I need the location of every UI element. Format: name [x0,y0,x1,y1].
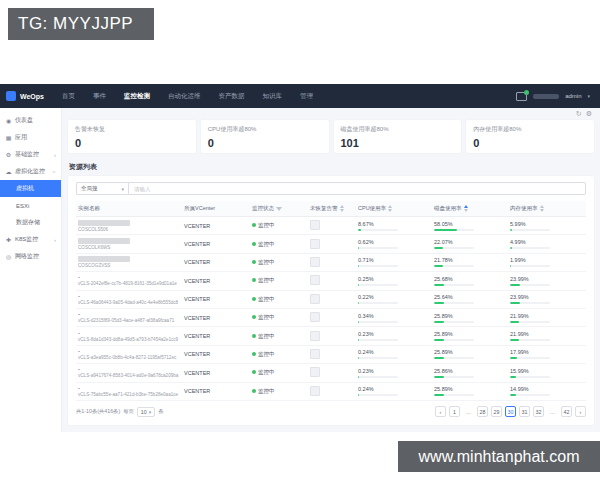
per-page-value: 10 [141,409,147,415]
top-nav-item[interactable]: 资产数据 [219,92,245,101]
table-row[interactable]: -vCLS-75abc55e-aa71-421d-b3be-75b28e0aa1… [76,383,586,401]
table-row[interactable]: COSCOLS506VCENTER监控中8.67%58.05%5.99% [76,217,586,235]
page-ellipsis: … [463,406,474,417]
sidebar-item[interactable]: ▦应用 [0,129,61,146]
sidebar-item[interactable]: ✚K8S监控› [0,231,61,248]
table-row[interactable]: COSCOGZVSSVCENTER监控中0.71%21.78%1.99% [76,254,586,272]
stat-card-label: 内存使用率超80% [473,125,587,134]
page-button[interactable]: 30 [505,406,516,417]
page-button[interactable]: 32 [533,406,544,417]
search-scope-select[interactable]: 全局搜 ▾ [76,182,128,195]
cpu-usage-cell: 0.23% [358,368,434,378]
status-dot-icon [252,389,256,393]
page-button[interactable]: 29 [491,406,502,417]
memory-usage-cell: 14.99% [510,386,586,396]
table-body: COSCOLS506VCENTER监控中8.67%58.05%5.99%COSC… [76,217,586,401]
table-row[interactable]: COSCOLK6WSVCENTER监控中0.62%22.07%4.99% [76,235,586,253]
sidebar-item[interactable]: ◉仪表盘 [0,112,61,129]
stat-card-label: CPU使用率超80% [208,125,322,134]
sort-icon[interactable] [540,205,544,212]
sort-down-arrow [540,209,544,212]
filter-bar: 全局搜 ▾ [76,182,586,195]
page-button[interactable]: 31 [519,406,530,417]
usage-bar-track [510,339,550,341]
brand[interactable]: WeOps [0,91,62,101]
instance-name: - [78,294,184,299]
status-dot-icon [252,278,256,282]
next-page-button[interactable]: › [575,406,586,417]
sidebar-item[interactable]: ESXi [0,197,61,214]
sort-icon[interactable] [388,205,392,212]
page-ellipsis: … [547,406,558,417]
stat-card-value: 101 [341,137,455,149]
instance-name: - [78,349,184,354]
filter-icon[interactable] [276,207,282,211]
usage-percent: 21.99% [510,313,586,319]
top-nav-item[interactable]: 事件 [93,92,106,101]
alert-count-badge [310,367,320,377]
sidebar-item[interactable]: ⚙基础监控› [0,146,61,163]
disk-usage-cell: 58.05% [434,221,510,231]
usage-bar-fill [510,229,512,231]
status-label: 监控中 [258,388,275,394]
page-button[interactable]: 1 [449,406,460,417]
sidebar-item[interactable]: 数据存储 [0,214,61,231]
table-row[interactable]: -vCLS-2042ef8e-cc7b-4819-8161-35d1e9d01a… [76,272,586,290]
column-header[interactable]: 所属VCenter [184,205,252,212]
top-nav-item[interactable]: 管理 [300,92,313,101]
sidebar-item[interactable]: ◎网络监控 [0,248,61,265]
instance-id: vCLS-75abc55e-aa71-421d-b3be-75b28e0aa1c… [78,392,182,397]
user-menu[interactable]: admin [565,93,581,99]
memory-usage-cell: 17.99% [510,349,586,359]
usage-bar-track [358,265,398,267]
status-dot-icon [252,334,256,338]
usage-bar-track [358,376,398,378]
prev-page-button[interactable]: ‹ [435,406,446,417]
table-row[interactable]: -vCLS-a3ea955c-0b8b-4c4a-8272-1195af5712… [76,346,586,364]
per-page-label: 每页 [123,408,134,415]
column-header[interactable]: 内存使用率 [510,205,586,212]
page-button[interactable]: 28 [477,406,488,417]
column-header[interactable]: 监控状态 [252,205,310,212]
top-nav-item[interactable]: 监控检测 [124,92,150,101]
cpu-usage-cell: 0.22% [358,294,434,304]
table-row[interactable]: -vCLS-a9417674-8583-4014-ad0e-9a678ca209… [76,364,586,382]
usage-percent: 0.24% [358,349,434,355]
sidebar-item-label: 虚拟机 [16,184,56,193]
table-row[interactable]: -vCLS-d2315f89-05d3-4ace-a487-af38a9fcaa… [76,309,586,327]
usage-bar-track [434,321,474,323]
table-row[interactable]: -vCLS-46a06443-9a05-4dad-a40c-4e4e8b555d… [76,291,586,309]
usage-percent: 0.34% [358,313,434,319]
sort-icon[interactable] [340,205,344,212]
memory-usage-cell: 21.99% [510,331,586,341]
column-header[interactable]: 未恢复告警 [310,205,358,212]
search-input[interactable] [128,182,586,195]
column-header[interactable]: 磁盘使用率 [434,205,510,212]
refresh-icon[interactable]: ↻ [576,110,582,118]
instance-id: COSCOGZVSS [78,263,182,268]
usage-bar-track [358,247,398,249]
weops-logo-icon [6,91,16,101]
column-header-label: 监控状态 [252,205,274,212]
usage-percent: 0.23% [358,331,434,337]
sidebar-item[interactable]: 虚拟机 [0,180,61,197]
status-cell: 监控中 [252,351,310,358]
table-row[interactable]: -vCLS-8da1d343-dd8a-49d5-a793-b7454a2e1c… [76,327,586,345]
disk-usage-cell: 21.78% [434,257,510,267]
page-button[interactable]: 42 [561,406,572,417]
top-nav-item[interactable]: 自动化运维 [168,92,201,101]
sort-icon[interactable] [464,205,468,212]
sidebar-item[interactable]: ☁虚拟化监控› [0,163,61,180]
console-status-icon[interactable] [516,92,527,101]
usage-bar-track [434,284,474,286]
column-header[interactable]: CPU使用率 [358,205,434,212]
top-nav-item[interactable]: 知识库 [263,92,283,101]
sort-up-arrow [388,205,392,208]
top-nav-item[interactable]: 首页 [62,92,75,101]
usage-bar-fill [434,357,444,359]
settings-icon[interactable]: ⚙ [586,110,592,118]
vcenter-cell: VCENTER [184,351,252,357]
column-header[interactable]: 实例名称 [76,205,184,212]
per-page-select[interactable]: 10 ▾ [137,407,155,417]
alert-cell [310,312,358,323]
